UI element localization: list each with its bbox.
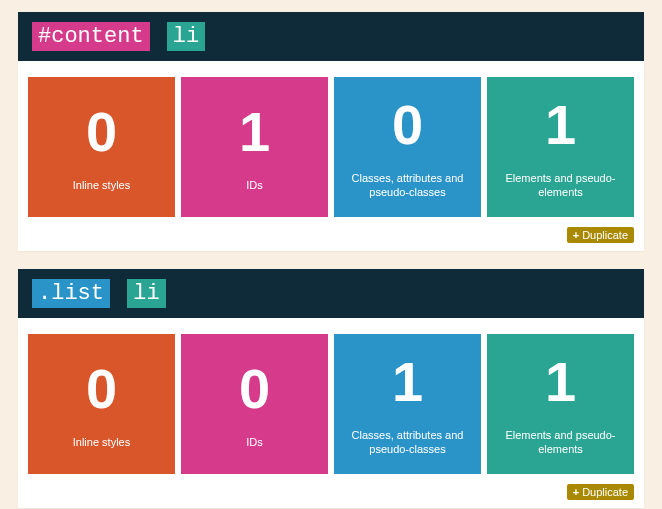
label-classes: Classes, attributes and pseudo-classes [340,428,475,457]
selector-header: .list li [18,269,644,318]
value-elements: 1 [493,97,628,153]
plus-icon: + [573,486,579,498]
tile-classes: 1 Classes, attributes and pseudo-classes [334,334,481,474]
tile-inline-styles: 0 Inline styles [28,334,175,474]
selector-token-class: .list [32,279,110,308]
duplicate-button[interactable]: +Duplicate [567,484,634,500]
value-ids: 1 [187,104,322,160]
specificity-tiles: 0 Inline styles 1 IDs 0 Classes, attribu… [18,61,644,225]
duplicate-label: Duplicate [582,229,628,241]
value-classes: 0 [340,97,475,153]
tile-ids: 0 IDs [181,334,328,474]
selector-header: #content li [18,12,644,61]
value-inline: 0 [34,104,169,160]
selector-token-element: li [127,279,165,308]
label-inline: Inline styles [34,435,169,449]
label-ids: IDs [187,178,322,192]
label-elements: Elements and pseudo-elements [493,171,628,200]
label-classes: Classes, attributes and pseudo-classes [340,171,475,200]
duplicate-label: Duplicate [582,486,628,498]
selector-token-id: #content [32,22,150,51]
label-elements: Elements and pseudo-elements [493,428,628,457]
tile-elements: 1 Elements and pseudo-elements [487,77,634,217]
tile-elements: 1 Elements and pseudo-elements [487,334,634,474]
tile-inline-styles: 0 Inline styles [28,77,175,217]
value-inline: 0 [34,361,169,417]
tile-classes: 0 Classes, attributes and pseudo-classes [334,77,481,217]
selector-token-element: li [167,22,205,51]
specificity-tiles: 0 Inline styles 0 IDs 1 Classes, attribu… [18,318,644,482]
card-footer: +Duplicate [18,482,644,508]
specificity-card: .list li 0 Inline styles 0 IDs 1 Classes… [18,269,644,508]
value-ids: 0 [187,361,322,417]
value-classes: 1 [340,354,475,410]
plus-icon: + [573,229,579,241]
specificity-card: #content li 0 Inline styles 1 IDs 0 Clas… [18,12,644,251]
label-ids: IDs [187,435,322,449]
label-inline: Inline styles [34,178,169,192]
card-footer: +Duplicate [18,225,644,251]
duplicate-button[interactable]: +Duplicate [567,227,634,243]
value-elements: 1 [493,354,628,410]
tile-ids: 1 IDs [181,77,328,217]
